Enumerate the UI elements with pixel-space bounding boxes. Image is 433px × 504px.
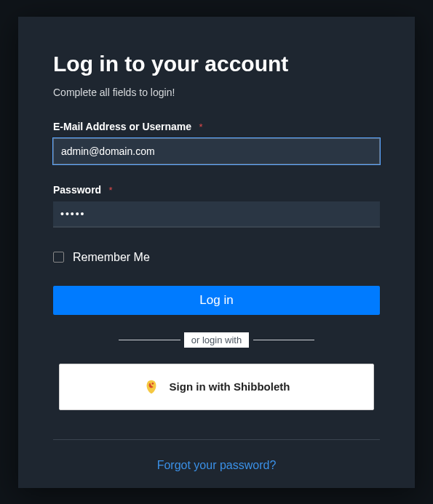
email-label-text: E-Mail Address or Username <box>53 121 191 132</box>
email-label: E-Mail Address or Username * <box>53 120 203 132</box>
password-label-text: Password <box>53 184 101 196</box>
remember-row: Remember Me <box>53 251 380 264</box>
remember-checkbox[interactable] <box>53 252 64 263</box>
login-card: Log in to your account Complete all fiel… <box>18 17 415 488</box>
divider-line <box>119 340 180 340</box>
password-field-group: Password * <box>53 183 380 228</box>
required-star: * <box>109 185 113 196</box>
shibboleth-sso-button[interactable]: Sign in with Shibboleth <box>59 364 374 410</box>
divider-row: or login with <box>53 332 380 348</box>
sso-button-label: Sign in with Shibboleth <box>170 380 290 393</box>
divider-text: or login with <box>184 332 249 348</box>
page-title: Log in to your account <box>53 52 380 76</box>
required-star: * <box>199 121 203 132</box>
shibboleth-icon <box>143 379 159 395</box>
page-subtitle: Complete all fields to login! <box>53 87 380 98</box>
svg-point-0 <box>151 383 154 385</box>
email-input[interactable] <box>53 138 380 164</box>
divider-line <box>253 340 315 340</box>
login-button[interactable]: Log in <box>53 286 380 315</box>
password-input[interactable] <box>53 201 380 228</box>
email-field-group: E-Mail Address or Username * <box>53 120 380 164</box>
forgot-password-link[interactable]: Forgot your password? <box>53 459 380 472</box>
footer-divider <box>53 439 380 440</box>
password-label: Password * <box>53 183 113 196</box>
remember-label[interactable]: Remember Me <box>73 251 150 264</box>
